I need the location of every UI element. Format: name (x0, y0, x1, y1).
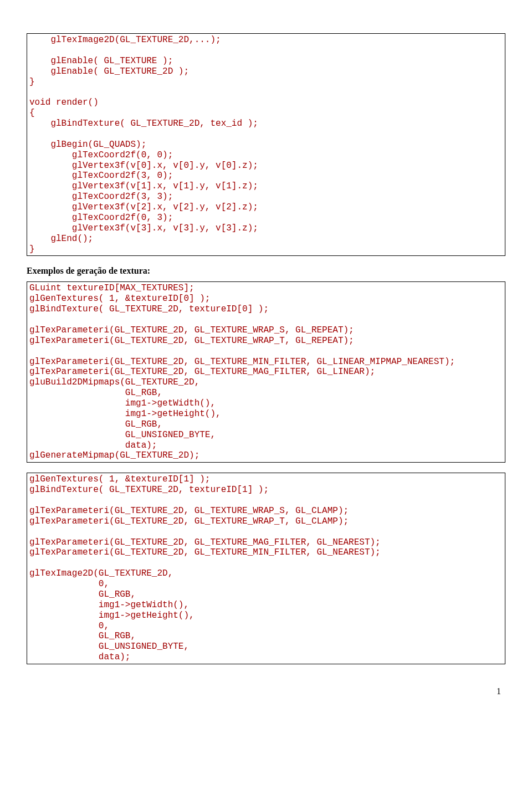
page-number: 1 (27, 686, 505, 696)
code-block-3: glGenTextures( 1, &textureID[1] ); glBin… (27, 473, 505, 664)
code-block-1: glTexImage2D(GL_TEXTURE_2D,...); glEnabl… (27, 33, 505, 256)
code-block-2: GLuint textureID[MAX_TEXTURES]; glGenTex… (27, 281, 505, 463)
section-heading: Exemplos de geração de textura: (27, 266, 505, 276)
